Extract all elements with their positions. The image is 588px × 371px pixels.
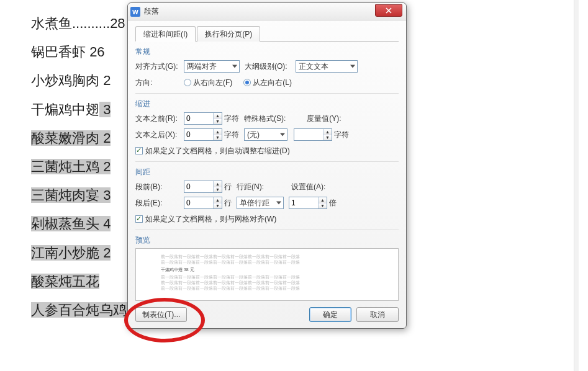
alignment-select[interactable]: 两端对齐 [184, 60, 240, 73]
spin-down-icon[interactable]: ▼ [214, 187, 222, 193]
unit-line: 行 [224, 182, 232, 192]
preview-box: 前一段落前一段落前一段落前一段落前一段落前一段落前一段落前一段落 前一段落前一段… [135, 248, 399, 301]
outline-label: 大纲级别(O): [245, 61, 296, 72]
dialog-button-bar: 制表位(T)... 确定 取消 [135, 307, 399, 322]
line-spacing-label: 行距(N): [237, 182, 274, 192]
indent-after-input[interactable] [184, 129, 213, 140]
space-after-spinner[interactable]: ▲▼ [184, 197, 222, 209]
direction-rtl-label: 从右向左(F) [193, 78, 232, 88]
indent-after-label: 文本之后(X): [135, 130, 184, 140]
spin-up-icon[interactable]: ▲ [323, 129, 332, 135]
snap-to-grid-checkbox[interactable] [135, 215, 143, 223]
set-value-label: 设置值(A): [291, 182, 325, 192]
cancel-button[interactable]: 取消 [356, 307, 399, 322]
dialog-tabs: 缩进和间距(I) 换行和分页(P) [135, 25, 399, 42]
spin-down-icon[interactable]: ▼ [319, 203, 327, 209]
section-preview: 预览 [135, 235, 399, 246]
preview-main-text: 干煸鸡中翅 38 元 [161, 267, 373, 272]
spin-down-icon[interactable]: ▼ [323, 135, 332, 141]
auto-adjust-indent-label: 如果定义了文档网格，则自动调整右缩进(D) [145, 146, 290, 156]
tab-line-page-break[interactable]: 换行和分页(P) [197, 26, 260, 42]
tab-indent-spacing[interactable]: 缩进和间距(I) [135, 26, 196, 42]
line-spacing-select[interactable]: 单倍行距 [237, 197, 284, 209]
direction-label: 方向: [135, 78, 184, 88]
preview-light-text: 前一段落前一段落前一段落前一段落前一段落前一段落前一段落前一段落 [161, 259, 373, 265]
space-after-input[interactable] [184, 197, 213, 208]
spin-up-icon[interactable]: ▲ [214, 113, 222, 119]
preview-light-text: 前一段落前一段落前一段落前一段落前一段落前一段落前一段落前一段落 [161, 254, 373, 259]
unit-line: 行 [224, 198, 232, 208]
vertical-scrollbar[interactable] [574, 0, 579, 371]
divider [135, 93, 399, 94]
spin-up-icon[interactable]: ▲ [319, 197, 327, 203]
section-general: 常规 [135, 47, 399, 57]
direction-ltr-label: 从左向右(L) [253, 78, 292, 88]
snap-to-grid-label: 如果定义了文档网格，则与网格对齐(W) [145, 214, 276, 225]
section-spacing: 间距 [135, 167, 399, 177]
measure-input[interactable] [294, 129, 323, 140]
space-before-label: 段前(B): [135, 182, 184, 192]
spin-up-icon[interactable]: ▲ [214, 129, 222, 135]
preview-light-text: 前一段落前一段落前一段落前一段落前一段落前一段落前一段落前一段落 [161, 274, 373, 280]
indent-before-label: 文本之前(R): [135, 114, 184, 124]
section-indent: 缩进 [135, 99, 399, 109]
unit-times: 倍 [329, 198, 337, 208]
direction-rtl-radio[interactable] [184, 79, 191, 86]
paragraph-dialog: w 段落 缩进和间距(I) 换行和分页(P) 常规 对齐方式(G): 两端对齐 … [127, 2, 407, 329]
spin-down-icon[interactable]: ▼ [214, 119, 222, 125]
alignment-label: 对齐方式(G): [135, 61, 184, 72]
indent-before-input[interactable] [184, 113, 213, 124]
indent-after-spinner[interactable]: ▲▼ [184, 128, 222, 141]
set-value-input[interactable] [289, 197, 318, 208]
divider [135, 161, 399, 162]
spin-up-icon[interactable]: ▲ [214, 181, 222, 187]
app-icon: w [130, 7, 140, 17]
measure-label: 度量值(Y): [307, 114, 341, 124]
tabs-button[interactable]: 制表位(T)... [135, 307, 187, 322]
special-format-select[interactable]: (无) [244, 128, 287, 141]
unit-char: 字符 [334, 130, 349, 140]
divider [135, 230, 399, 230]
ok-button[interactable]: 确定 [309, 307, 351, 322]
special-format-label: 特殊格式(S): [244, 114, 286, 124]
set-value-spinner[interactable]: ▲▼ [289, 197, 327, 209]
close-button[interactable] [375, 4, 402, 17]
outline-select[interactable]: 正文文本 [296, 60, 358, 73]
direction-ltr-radio[interactable] [243, 79, 251, 86]
space-after-label: 段后(E): [135, 198, 184, 208]
close-icon [386, 7, 392, 14]
indent-before-spinner[interactable]: ▲▼ [184, 112, 222, 125]
unit-char: 字符 [224, 114, 239, 124]
spin-up-icon[interactable]: ▲ [214, 197, 222, 203]
space-before-spinner[interactable]: ▲▼ [184, 181, 222, 193]
space-before-input[interactable] [184, 181, 213, 192]
dialog-titlebar[interactable]: w 段落 [128, 3, 406, 20]
spin-down-icon[interactable]: ▼ [214, 203, 222, 209]
dialog-title: 段落 [144, 6, 159, 17]
unit-char: 字符 [224, 130, 239, 140]
preview-light-text: 前一段落前一段落前一段落前一段落前一段落前一段落前一段落前一段落 [161, 280, 373, 285]
preview-light-text: 前一段落前一段落前一段落前一段落前一段落前一段落前一段落前一段落 [161, 285, 373, 291]
auto-adjust-indent-checkbox[interactable] [135, 147, 143, 154]
spin-down-icon[interactable]: ▼ [214, 135, 222, 141]
measure-spinner[interactable]: ▲▼ [294, 128, 332, 141]
